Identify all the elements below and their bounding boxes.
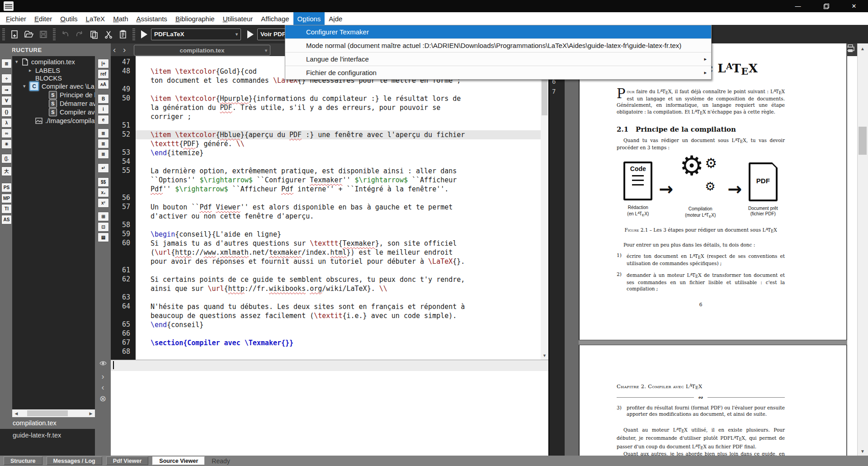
popup-item-4[interactable]: Fichier de configuration▸ <box>285 66 711 79</box>
file-list-item-current[interactable]: compilation.tex <box>0 417 95 429</box>
popup-item-2[interactable]: Mode normal (document maître actuel :D:\… <box>285 39 711 52</box>
latex-tool-button-4[interactable]: B <box>98 94 109 104</box>
pdf-viewer[interactable]: Compiler avec LATEXPour faire du LATEX, … <box>579 43 847 456</box>
structure-item-compilation-tex[interactable]: ▾compilation.tex <box>15 57 75 66</box>
symbol-panel-tab-4[interactable]: ∀ <box>1 96 12 105</box>
pane-splitter[interactable] <box>565 43 579 456</box>
structure-item-principe-de-la[interactable]: SPrincipe de la <box>49 90 95 99</box>
scroll-right-icon[interactable]: ▶ <box>88 410 94 416</box>
latex-tool-button-8[interactable]: ≣ <box>98 139 109 148</box>
symbol-panel-tab-10[interactable]: 大 <box>1 166 12 176</box>
menu-item-editer[interactable]: Editer <box>30 12 56 25</box>
minimize-button[interactable]: — <box>788 0 808 12</box>
open-file-button[interactable] <box>22 28 36 41</box>
menu-item-options[interactable]: Options <box>293 12 325 25</box>
compiler-select[interactable]: PDFLaTeX ▾ <box>151 29 241 40</box>
scroll-down-icon[interactable]: ▼ <box>542 352 547 358</box>
section-icon: S <box>49 91 57 99</box>
structure-item--images-compilat[interactable]: ./Images/compilat <box>35 116 95 125</box>
menu-item-fichier[interactable]: Fichier <box>2 12 30 25</box>
symbol-panel-tab-8[interactable]: ✳ <box>1 139 12 149</box>
tree-twisty-icon[interactable]: ▸ <box>29 67 35 73</box>
new-document-button[interactable] <box>7 28 22 41</box>
statusbar-button-structure[interactable]: Structure <box>4 456 42 465</box>
tab-prev-icon[interactable]: ‹ <box>113 45 116 55</box>
symbol-panel-tab-14[interactable]: AS <box>1 215 12 224</box>
latex-tool-button-15[interactable]: ⊡ <box>98 222 109 232</box>
symbol-panel-tab-1[interactable]: ≣ <box>1 59 12 68</box>
scrollbar-thumb[interactable] <box>27 410 68 416</box>
menu-item-latex[interactable]: LaTeX <box>82 12 109 25</box>
file-list-item[interactable]: guide-latex-fr.tex <box>0 429 95 439</box>
maximize-button[interactable] <box>816 0 836 12</box>
structure-item-d-marrer-av[interactable]: SDémarrer av <box>49 99 95 108</box>
menu-item-utilisateur[interactable]: Utilisateur <box>219 12 257 25</box>
code-line-61 <box>136 266 548 275</box>
latex-tool-button-6[interactable]: e <box>98 115 109 124</box>
latex-tool-button-10[interactable]: ↵ <box>98 163 109 173</box>
popup-item-3[interactable]: Langue de l'interface▸ <box>285 52 711 66</box>
structure-item-label: LABELS <box>35 67 60 74</box>
menu-item-math[interactable]: Math <box>109 12 132 25</box>
run-view-button[interactable] <box>247 30 254 38</box>
statusbar-button-messages-log[interactable]: Messages / Log <box>47 456 102 465</box>
redo-button[interactable] <box>72 28 87 41</box>
scroll-left-icon[interactable]: ◀ <box>13 410 19 416</box>
secondary-editor-pane[interactable]: 4567 <box>548 43 565 456</box>
run-compile-button[interactable] <box>141 30 147 38</box>
symbol-panel-tab-2[interactable]: ÷ <box>1 74 12 83</box>
statusbar-button-source-viewer[interactable]: Source Viewer <box>152 456 205 465</box>
scroll-down-icon[interactable]: ▼ <box>859 448 867 454</box>
structure-item-compiler-avec-la[interactable]: ▾CCompiler avec \La <box>23 82 94 90</box>
tree-twisty-icon[interactable]: ▾ <box>23 83 29 89</box>
log-panel[interactable] <box>111 360 548 371</box>
latex-tool-button-7[interactable]: ≣ <box>98 128 109 138</box>
scroll-up-icon[interactable]: ▲ <box>859 45 867 52</box>
tab-next-icon[interactable]: › <box>123 45 126 55</box>
latex-tool-button-16[interactable]: ▤ <box>98 233 109 242</box>
latex-tool-button-12[interactable]: x₂ <box>98 188 109 197</box>
eye-icon[interactable] <box>95 360 111 367</box>
latex-tool-button-13[interactable]: x² <box>98 198 109 208</box>
symbol-panel-tab-9[interactable]: (]. <box>1 154 12 163</box>
latex-tool-button-11[interactable]: $$ <box>98 177 109 187</box>
symbol-panel-tab-5[interactable]: {} <box>1 107 12 117</box>
cut-button[interactable] <box>101 28 116 41</box>
line-number: 52 <box>112 130 130 138</box>
symbol-panel-tab-11[interactable]: PS <box>1 183 12 192</box>
popup-item-1[interactable]: Configurer Texmaker <box>285 25 711 38</box>
menu-item-assistants[interactable]: Assistants <box>132 12 171 25</box>
menu-item-bibliographie[interactable]: Bibliographie <box>171 12 219 25</box>
latex-tool-button-1[interactable]: |+ <box>98 59 109 68</box>
symbol-panel-tab-3[interactable]: ⇒ <box>1 85 12 95</box>
tree-twisty-icon[interactable]: ▾ <box>15 59 22 65</box>
menu-item-outils[interactable]: Outils <box>56 12 81 25</box>
latex-tool-button-14[interactable]: ⊞ <box>98 212 109 221</box>
menu-item-affichage[interactable]: Affichage <box>257 12 293 25</box>
pdf-vscrollbar[interactable] <box>857 43 868 456</box>
symbol-panel-tab-7[interactable]: ∞ <box>1 128 12 138</box>
symbol-panel-tab-12[interactable]: MP <box>1 194 12 203</box>
structure-item-compiler-ave[interactable]: SCompiler ave <box>49 108 95 116</box>
chevron-icon[interactable]: › <box>95 372 111 381</box>
pdf-paragraph: Quant au moteur LATEX utilisé, il en exi… <box>617 426 785 451</box>
copy-button[interactable] <box>87 28 101 41</box>
latex-tool-button-9[interactable]: ≣ <box>98 149 109 159</box>
symbol-panel-tab-13[interactable]: TI <box>1 204 12 214</box>
statusbar-button-pdf-viewer[interactable]: Pdf Viewer <box>106 456 149 465</box>
menu-item-aide[interactable]: Aide <box>325 12 346 25</box>
close-circle-icon[interactable]: ⊗ <box>95 394 111 404</box>
open-file-tab-select[interactable]: compilation.tex ▾ <box>134 45 270 56</box>
code-editor[interactable]: \item \textcolor{Gold}{codton document e… <box>136 56 548 360</box>
paste-button[interactable] <box>116 28 130 41</box>
scrollbar-thumb[interactable] <box>859 127 867 155</box>
symbol-panel-tab-6[interactable]: λ <box>1 118 12 128</box>
structure-item-blocks[interactable]: BLOCKS <box>35 74 62 82</box>
latex-tool-button-5[interactable]: i <box>98 105 109 114</box>
chevron-icon[interactable]: ‹ <box>95 383 111 392</box>
latex-tool-button-3[interactable]: ᴀA <box>98 80 109 89</box>
latex-tool-button-2[interactable]: ref <box>98 69 109 79</box>
close-button[interactable]: ✕ <box>844 0 864 12</box>
save-button[interactable] <box>36 28 51 41</box>
undo-button[interactable] <box>58 28 72 41</box>
